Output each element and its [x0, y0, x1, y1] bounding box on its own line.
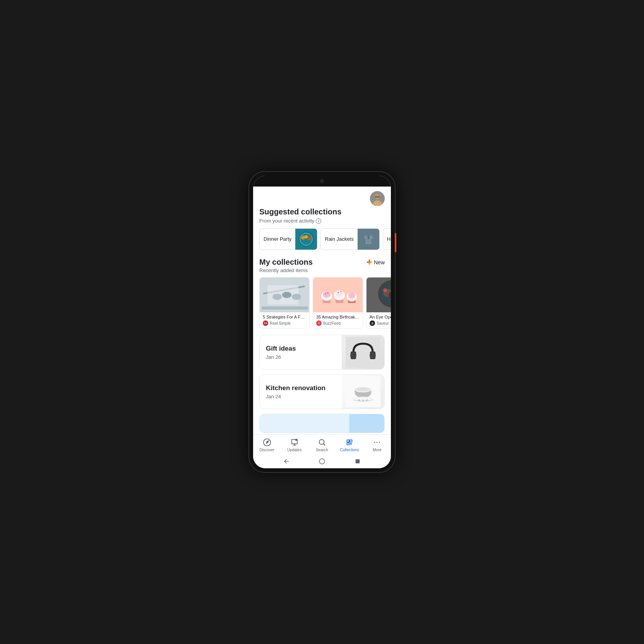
collection-info-kitchen: Kitchen renovation Jan 24 — [260, 378, 342, 406]
nav-item-collections[interactable]: Collections — [336, 438, 363, 452]
svg-point-34 — [327, 293, 329, 294]
nav-label-updates: Updates — [287, 448, 301, 452]
nav-label-more: More — [373, 448, 382, 452]
source-logo-rs: RS — [263, 320, 268, 326]
collection-image-kitchen — [342, 374, 384, 409]
svg-point-11 — [305, 235, 308, 238]
collection-card-kitchen[interactable]: Kitchen renovation Jan 24 — [259, 374, 385, 409]
screen-content: Suggested collections From your recent a… — [253, 187, 391, 468]
collection-name-kitchen: Kitchen renovation — [266, 384, 336, 392]
svg-point-53 — [356, 387, 370, 391]
scroll-content[interactable]: Suggested collections From your recent a… — [253, 187, 391, 434]
item-card-1[interactable]: 35 Amazing Birthcake... ⬡ BuzzFeed — [313, 277, 363, 329]
svg-point-63 — [374, 442, 375, 443]
svg-point-12 — [307, 236, 311, 240]
my-collections-header: My collections ✚ New — [253, 256, 391, 267]
collection-image-gift — [342, 335, 384, 370]
new-button[interactable]: ✚ New — [367, 258, 385, 267]
svg-rect-67 — [356, 459, 360, 464]
svg-point-58 — [366, 399, 368, 401]
chip-label-rain: Rain Jackets — [321, 233, 357, 246]
svg-point-10 — [301, 236, 305, 240]
discover-icon — [263, 438, 271, 447]
svg-point-61 — [295, 439, 298, 441]
more-icon — [373, 438, 381, 447]
collection-info-gift: Gift ideas Jan 26 — [260, 339, 342, 366]
item-info-1: 35 Amazing Birthcake... ⬡ BuzzFeed — [313, 312, 363, 328]
items-scroll[interactable]: 5 Strategies For A Fab... RS Real Simple — [253, 277, 391, 335]
svg-point-35 — [338, 292, 339, 293]
nav-item-discover[interactable]: Discover — [253, 438, 281, 452]
svg-point-33 — [325, 293, 326, 295]
svg-point-64 — [377, 442, 378, 443]
chip-image-rain — [358, 228, 379, 250]
system-nav — [253, 454, 391, 468]
recently-added-label: Recently added items — [253, 267, 391, 277]
svg-point-57 — [362, 400, 364, 401]
item-card-2[interactable]: An Eye Openin... S Saveur — [366, 277, 391, 329]
updates-icon — [290, 438, 299, 447]
svg-point-21 — [292, 294, 301, 300]
svg-point-32 — [348, 292, 355, 298]
collection-date-gift: Jan 26 — [266, 354, 336, 360]
suggestion-chip-hiking[interactable]: Hiking Boots — [383, 228, 391, 250]
svg-rect-45 — [346, 337, 380, 368]
back-button[interactable] — [282, 457, 291, 466]
svg-point-56 — [358, 399, 360, 401]
source-logo-s: S — [370, 320, 375, 326]
phone-screen: Suggested collections From your recent a… — [253, 176, 391, 468]
item-source-0: RS Real Simple — [263, 320, 306, 326]
chip-label-hiking: Hiking Boots — [383, 233, 391, 246]
svg-point-62 — [319, 440, 324, 445]
item-source-2: S Saveur — [370, 320, 391, 326]
chip-image-dinner — [295, 228, 317, 250]
svg-point-29 — [336, 290, 343, 297]
plus-icon: ✚ — [367, 258, 372, 267]
collection-date-kitchen: Jan 24 — [266, 394, 336, 399]
svg-point-20 — [282, 292, 291, 298]
suggested-collections-title: Suggested collections — [253, 207, 391, 218]
svg-point-36 — [341, 291, 342, 292]
info-icon[interactable]: i — [316, 218, 321, 224]
partial-collection-card[interactable] — [259, 414, 385, 433]
my-collections-section: My collections ✚ New Recently added item… — [253, 256, 391, 433]
svg-point-66 — [319, 459, 325, 464]
bottom-nav: Discover Updates — [253, 434, 391, 454]
avatar[interactable] — [370, 191, 385, 206]
recents-button[interactable] — [353, 457, 362, 466]
suggestion-chip-dinner[interactable]: Dinner Party — [259, 228, 317, 250]
my-collections-title: My collections — [259, 258, 313, 267]
chip-label-dinner: Dinner Party — [260, 233, 295, 246]
svg-rect-22 — [262, 307, 308, 310]
item-card-0[interactable]: 5 Strategies For A Fab... RS Real Simple — [259, 277, 310, 329]
svg-point-43 — [383, 288, 387, 292]
suggestions-scroll[interactable]: Dinner Party — [253, 228, 391, 256]
camera-dot — [320, 179, 324, 183]
svg-point-26 — [323, 291, 331, 298]
suggestion-chip-rain[interactable]: Rain Jackets — [320, 228, 379, 250]
collections-icon — [345, 438, 354, 447]
svg-point-19 — [272, 294, 282, 300]
svg-point-49 — [370, 351, 376, 359]
nav-item-updates[interactable]: Updates — [281, 438, 308, 452]
nav-item-more[interactable]: More — [363, 438, 391, 452]
svg-rect-60 — [349, 414, 384, 433]
nav-label-discover: Discover — [259, 448, 274, 452]
nav-item-search[interactable]: Search — [308, 438, 336, 452]
item-source-1: ⬡ BuzzFeed — [316, 320, 360, 326]
svg-point-3 — [375, 194, 380, 199]
item-title-0: 5 Strategies For A Fab... — [263, 315, 306, 319]
item-info-2: An Eye Openin... S Saveur — [367, 312, 391, 328]
item-info-0: 5 Strategies For A Fab... RS Real Simple — [260, 312, 309, 328]
suggested-collections-subtitle: From your recent activity i — [253, 218, 391, 228]
search-icon — [318, 438, 326, 447]
svg-point-65 — [379, 442, 380, 443]
source-logo-bf: ⬡ — [316, 320, 322, 326]
item-title-2: An Eye Openin... — [370, 315, 391, 319]
collection-card-gift[interactable]: Gift ideas Jan 26 — [259, 335, 385, 370]
collection-name-gift: Gift ideas — [266, 345, 336, 353]
home-button[interactable] — [318, 457, 326, 466]
phone-device: Suggested collections From your recent a… — [248, 171, 396, 473]
nav-label-search: Search — [316, 448, 328, 452]
status-bar — [253, 176, 391, 187]
